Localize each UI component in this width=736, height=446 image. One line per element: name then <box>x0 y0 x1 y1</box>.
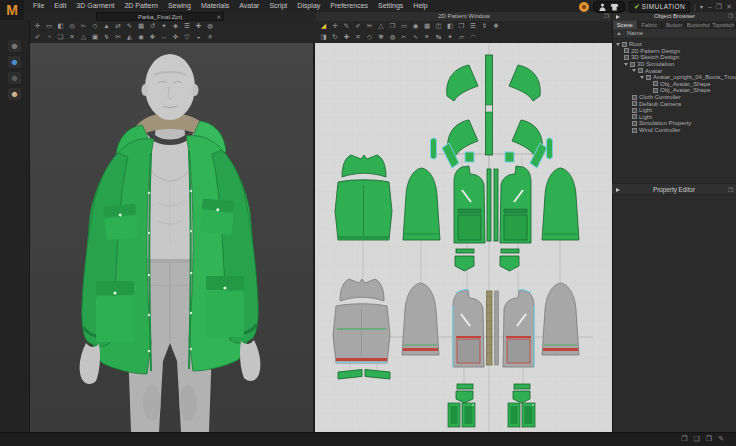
dock-icon[interactable]: ❐ <box>728 184 733 196</box>
tool-icon[interactable]: ✚ <box>342 32 351 42</box>
project-tab[interactable]: Parka_Final.Zprj ✕ <box>96 12 224 21</box>
tool-icon[interactable]: ▣ <box>91 32 100 42</box>
pattern-back-green[interactable] <box>335 180 392 240</box>
tool-icon[interactable]: ▽ <box>183 32 192 42</box>
tool-icon[interactable]: ✕ <box>68 32 77 42</box>
simulation-button[interactable]: ✔ SIMULATION <box>629 1 690 13</box>
pattern-back-yoke-green[interactable] <box>342 155 386 177</box>
tool-icon[interactable]: ✛ <box>331 21 340 31</box>
menu-item[interactable]: Avatar <box>234 0 264 12</box>
tree-node[interactable]: Cloth Controller <box>613 94 736 101</box>
tool-icon[interactable]: ⇕ <box>480 21 489 31</box>
tool-icon[interactable]: ≡ <box>423 32 432 42</box>
tree-node[interactable]: Avatar <box>613 67 736 74</box>
tree-node[interactable]: Obj_Avatar_Shape <box>613 81 736 88</box>
tree-node-avatar[interactable]: Avatar_upright_04_Boots_Trousers <box>613 74 736 81</box>
pattern-back-yoke-gray[interactable] <box>340 279 384 301</box>
tree-column-header[interactable]: Name <box>613 29 736 39</box>
status-icon[interactable]: ❐ <box>681 435 687 443</box>
dock-icon[interactable]: ❐ <box>604 12 609 21</box>
tool-icon[interactable]: ◭ <box>125 32 134 42</box>
caret-icon[interactable] <box>640 76 644 79</box>
tool-icon[interactable]: ▭ <box>400 21 409 31</box>
tool-icon[interactable]: ❒ <box>457 21 466 31</box>
menu-item[interactable]: Materials <box>196 0 234 12</box>
tool-icon[interactable]: ✦ <box>160 21 169 31</box>
tool-icon[interactable]: ↺ <box>148 21 157 31</box>
object-browser-tab[interactable]: Topstitch <box>711 21 736 29</box>
app-logo[interactable]: M <box>0 0 24 20</box>
close-icon[interactable]: ✕ <box>216 13 221 21</box>
tool-icon[interactable]: ⇄ <box>114 21 123 31</box>
tool-icon[interactable]: ✚ <box>194 21 203 31</box>
tool-icon[interactable]: ✦ <box>446 32 455 42</box>
tool-icon[interactable]: ◨ <box>319 32 328 42</box>
tool-icon[interactable]: ◉ <box>411 21 420 31</box>
status-icon[interactable]: ✎ <box>718 435 724 443</box>
tool-icon[interactable]: △ <box>377 21 386 31</box>
tool-icon[interactable]: ◫ <box>434 21 443 31</box>
avatar-skin-icon[interactable]: ☻ <box>8 88 21 100</box>
window-control-button[interactable]: – <box>707 2 713 12</box>
menu-item[interactable]: 2D Pattern <box>119 0 162 12</box>
tree-node[interactable]: 3D Sketch Design <box>613 54 736 61</box>
object-browser-tab[interactable]: Scene <box>613 21 638 29</box>
person-icon[interactable] <box>599 3 606 11</box>
menu-item[interactable]: Preferences <box>325 0 373 12</box>
tool-icon[interactable]: ▭ <box>45 21 54 31</box>
tool-icon[interactable]: ✳ <box>206 32 215 42</box>
tool-icon[interactable]: ∿ <box>411 32 420 42</box>
pattern-2d-canvas[interactable] <box>315 43 612 432</box>
tool-icon[interactable]: ◧ <box>446 21 455 31</box>
tool-icon[interactable]: ❖ <box>148 32 157 42</box>
tool-icon[interactable]: ↻ <box>331 32 340 42</box>
menu-item[interactable]: Settings <box>373 0 408 12</box>
viewport-3d[interactable] <box>30 43 315 432</box>
caret-icon[interactable] <box>632 69 636 72</box>
tree-node[interactable]: Wind Controller <box>613 127 736 134</box>
tool-icon[interactable]: ◈ <box>171 21 180 31</box>
caret-icon[interactable] <box>624 63 628 66</box>
shirt-icon[interactable] <box>610 3 619 11</box>
status-icon[interactable]: ❒ <box>706 435 712 443</box>
tool-icon[interactable]: ◇ <box>365 32 374 42</box>
tool-icon[interactable]: ↯ <box>102 32 111 42</box>
avatar-mode-icon[interactable]: ☻ <box>579 2 589 12</box>
tree-node[interactable]: 3D Simulation <box>613 61 736 68</box>
tool-icon[interactable]: ▱ <box>457 32 466 42</box>
tool-icon[interactable]: ◉ <box>137 32 146 42</box>
window-control-button[interactable]: ❐ <box>715 2 723 12</box>
tool-icon[interactable]: ◍ <box>206 21 215 31</box>
tool-icon[interactable]: ✾ <box>377 32 386 42</box>
menu-item[interactable]: Sewing <box>163 0 196 12</box>
tool-icon[interactable]: ✛ <box>33 21 42 31</box>
collapse-arrow-icon[interactable] <box>616 188 620 192</box>
tool-icon[interactable]: ✜ <box>171 32 180 42</box>
tool-icon[interactable]: ▦ <box>423 21 432 31</box>
tool-icon[interactable]: ◒ <box>194 32 203 42</box>
tool-icon[interactable]: ✎ <box>125 21 134 31</box>
object-browser-tab[interactable]: Fabric <box>638 21 663 29</box>
pattern-window-titlebar[interactable]: 2D Pattern Window ❐ <box>316 12 612 21</box>
menu-item[interactable]: 3D Garment <box>71 0 119 12</box>
window-control-button[interactable]: ✕ <box>725 2 733 12</box>
tool-icon[interactable]: ◎ <box>68 21 77 31</box>
tool-icon[interactable]: ☰ <box>469 21 478 31</box>
pattern-placket[interactable] <box>486 55 493 155</box>
pattern-front-left-green[interactable] <box>454 166 485 243</box>
tree-node[interactable]: Light <box>613 107 736 114</box>
tree-node[interactable]: Default Camera <box>613 100 736 107</box>
tree-node[interactable]: Simulation Property <box>613 120 736 127</box>
tool-icon[interactable]: ✂ <box>79 21 88 31</box>
tool-icon[interactable]: ↔ <box>160 32 169 42</box>
tool-icon[interactable]: ❐ <box>388 21 397 31</box>
tool-icon[interactable]: ▲ <box>102 21 111 31</box>
tool-icon[interactable]: ✎ <box>342 21 351 31</box>
tool-icon[interactable]: ❖ <box>492 21 501 31</box>
property-editor-titlebar[interactable]: Property Editor ❐ <box>612 183 736 195</box>
tool-icon[interactable]: ✐ <box>33 32 42 42</box>
tool-icon[interactable]: ✄ <box>114 32 123 42</box>
caret-icon[interactable] <box>616 43 620 46</box>
tool-icon[interactable]: ◇ <box>91 21 100 31</box>
collapse-arrow-icon[interactable] <box>616 15 620 19</box>
